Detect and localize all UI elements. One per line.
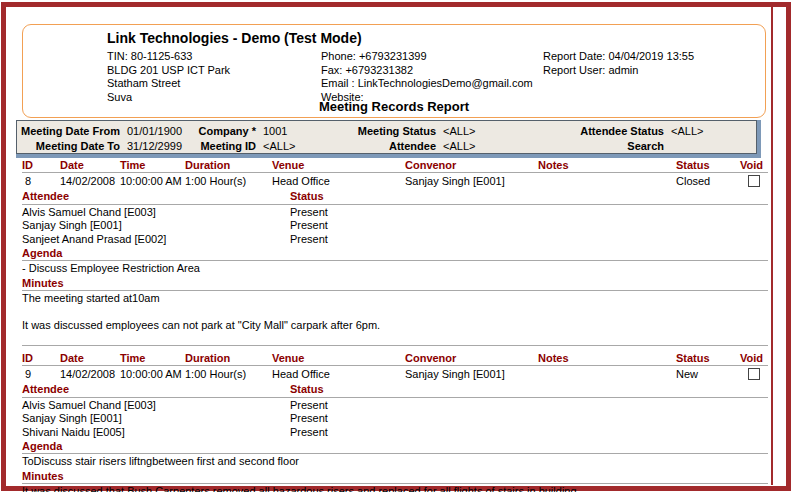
minutes-line: The meeting started at10am [22, 292, 768, 306]
address-line: BLDG 201 USP ICT Park [107, 64, 230, 78]
cell-id: 8 [22, 174, 60, 190]
column-header-status: Status [676, 351, 740, 365]
minutes-label: Minutes [22, 276, 768, 290]
cell-convenor: Sanjay Singh [E001] [405, 367, 538, 383]
cell-date: 14/02/2008 [60, 174, 120, 190]
column-header-status: Status [676, 158, 740, 172]
minutes-line: It was discussed employees can not park … [22, 319, 768, 333]
attendee-row: Shivani Naidu [E005] Present [22, 426, 768, 440]
attendee-list: Alvis Samuel Chand [E003] Present Sanjay… [22, 399, 768, 440]
attendee-row: Sanjay Singh [E001] Present [22, 412, 768, 426]
page-edge-line [771, 7, 773, 485]
attendee-header-row: Attendee Status [22, 190, 768, 204]
column-header-venue: Venue [272, 158, 405, 172]
agenda-line: - Discuss Employee Restriction Area [22, 262, 768, 276]
filter-value-meeting-date-from: 01/01/1900 [120, 125, 198, 137]
meeting-record: ID Date Time Duration Venue Convenor Not… [22, 158, 768, 332]
report-window: Link Technologies - Demo (Test Mode) TIN… [0, 0, 793, 492]
report-meta: Report Date: 04/04/2019 13:55 Report Use… [543, 50, 694, 77]
report-date-line: Report Date: 04/04/2019 13:55 [543, 50, 694, 64]
column-header-void: Void [740, 158, 768, 172]
attendee-status: Present [290, 233, 768, 247]
cell-venue: Head Office [272, 174, 405, 190]
minutes-lines: The meeting started at10amIt was discuss… [22, 292, 768, 333]
column-header-duration: Duration [185, 158, 272, 172]
filter-value-meeting-status: <ALL> [436, 125, 564, 137]
agenda-label: Agenda [22, 439, 768, 453]
cell-void [740, 174, 768, 190]
record-header-row: ID Date Time Duration Venue Convenor Not… [22, 351, 768, 365]
column-header-duration: Duration [185, 351, 272, 365]
column-header-convenor: Convenor [405, 351, 538, 365]
phone-line: Phone: +6793231399 [321, 50, 533, 64]
record-data-row: 8 14/02/2008 10:00:00 AM 1:00 Hour(s) He… [22, 174, 768, 190]
attendee-name: Sanjeet Anand Prasad [E002] [22, 233, 290, 247]
agenda-lines: - Discuss Employee Restriction Area [22, 262, 768, 276]
cell-time: 10:00:00 AM [120, 367, 185, 383]
attendee-row: Sanjeet Anand Prasad [E002] Present [22, 233, 768, 247]
company-title: Link Technologies - Demo (Test Mode) [107, 30, 362, 46]
minutes-lines: It was discussed that Bush Carpenters re… [22, 485, 768, 492]
attendee-status: Present [290, 206, 768, 220]
cell-duration: 1:00 Hour(s) [185, 174, 272, 190]
cell-convenor: Sanjay Singh [E001] [405, 174, 538, 190]
cell-time: 10:00:00 AM [120, 174, 185, 190]
address-line: TIN: 80-1125-633 [107, 50, 230, 64]
fax-line: Fax: +6793231382 [321, 64, 533, 78]
attendee-row: Alvis Samuel Chand [E003] Present [22, 399, 768, 413]
minutes-line [22, 305, 768, 319]
filter-value-attendee: <ALL> [436, 140, 564, 152]
filter-label-search: Search [564, 140, 664, 152]
filter-label-meeting-date-to: Meeting Date To [17, 140, 120, 152]
filter-value-meeting-date-to: 31/12/2999 [120, 140, 198, 152]
column-header-id: ID [22, 351, 60, 365]
minutes-label: Minutes [22, 469, 768, 483]
cell-status: Closed [676, 174, 740, 190]
agenda-label: Agenda [22, 246, 768, 260]
subcolumn-header-attendee: Attendee [22, 383, 290, 397]
filter-label-attendee-status: Attendee Status [564, 125, 664, 137]
attendee-status: Present [290, 426, 768, 440]
column-header-notes: Notes [538, 158, 676, 172]
column-header-date: Date [60, 351, 120, 365]
filter-value-company: 1001 [256, 125, 336, 137]
column-header-date: Date [60, 158, 120, 172]
minutes-line: It was discussed that Bush Carpenters re… [22, 485, 768, 492]
subcolumn-header-attendee: Attendee [22, 190, 290, 204]
attendee-name: Shivani Naidu [E005] [22, 426, 290, 440]
agenda-line: ToDiscuss stair risers liftngbetween fir… [22, 455, 768, 469]
company-address: TIN: 80-1125-633 BLDG 201 USP ICT Park S… [107, 50, 230, 104]
agenda-lines: ToDiscuss stair risers liftngbetween fir… [22, 455, 768, 469]
filter-label-meeting-status: Meeting Status [336, 125, 436, 137]
report-user-line: Report User: admin [543, 64, 694, 78]
column-header-venue: Venue [272, 351, 405, 365]
record-data-row: 9 14/02/2008 10:00:00 AM 1:00 Hour(s) He… [22, 367, 768, 383]
meeting-record: ID Date Time Duration Venue Convenor Not… [22, 345, 768, 492]
filter-value-meeting-id: <ALL> [256, 140, 336, 152]
column-header-time: Time [120, 351, 185, 365]
column-header-void: Void [740, 351, 768, 365]
attendee-row: Alvis Samuel Chand [E003] Present [22, 206, 768, 220]
filter-label-attendee: Attendee [336, 140, 436, 152]
attendee-list: Alvis Samuel Chand [E003] Present Sanjay… [22, 206, 768, 247]
filter-label-meeting-id: Meeting ID [198, 140, 256, 152]
column-header-notes: Notes [538, 351, 676, 365]
record-header-row: ID Date Time Duration Venue Convenor Not… [22, 158, 768, 172]
cell-id: 9 [22, 367, 60, 383]
report-header-box: Link Technologies - Demo (Test Mode) TIN… [22, 24, 766, 118]
cell-venue: Head Office [272, 367, 405, 383]
attendee-header-row: Attendee Status [22, 383, 768, 397]
filter-label-meeting-date-from: Meeting Date From [17, 125, 120, 137]
attendee-row: Sanjay Singh [E001] Present [22, 219, 768, 233]
void-checkbox[interactable] [748, 368, 760, 380]
report-title: Meeting Records Report [23, 99, 765, 114]
void-checkbox[interactable] [748, 175, 760, 187]
column-header-id: ID [22, 158, 60, 172]
attendee-name: Alvis Samuel Chand [E003] [22, 206, 290, 220]
email-line: Email : LinkTechnologiesDemo@gmail.com [321, 77, 533, 91]
filter-value-attendee-status: <ALL> [664, 125, 757, 137]
cell-duration: 1:00 Hour(s) [185, 367, 272, 383]
cell-void [740, 367, 768, 383]
column-header-convenor: Convenor [405, 158, 538, 172]
attendee-status: Present [290, 219, 768, 233]
